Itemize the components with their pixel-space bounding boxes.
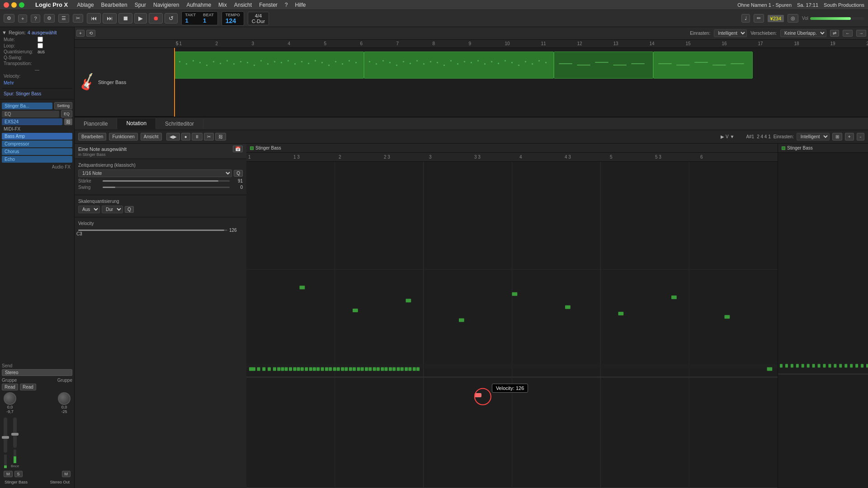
ruler-8: 8 [432, 41, 468, 46]
tool-1[interactable]: ◀▶ [166, 133, 180, 141]
left-knob[interactable] [4, 392, 16, 405]
snap-btn[interactable]: ⊞ [832, 133, 842, 141]
tab-schritteditor[interactable]: Schritteditor [156, 119, 203, 129]
scale-aus-select[interactable]: Aus [78, 206, 100, 213]
close-button[interactable] [4, 2, 9, 8]
grid-mark-33: 3 3 [472, 155, 518, 160]
scale-q-btn[interactable]: Q [125, 206, 134, 213]
menu-mix[interactable]: Mix [218, 2, 227, 8]
scale-dur-select[interactable]: Dur [102, 206, 123, 213]
audiofx-label[interactable]: Audio FX [2, 164, 72, 170]
tool-4[interactable]: ✂ [204, 133, 214, 141]
volume-slider[interactable] [810, 17, 864, 20]
read-left-btn[interactable]: Read [2, 384, 18, 390]
m-button-right[interactable]: M [62, 471, 71, 477]
note-calendar-btn[interactable]: 📅 [233, 145, 243, 152]
tool-3[interactable]: ⏸ [192, 133, 203, 141]
read-right-btn[interactable]: Read [20, 384, 36, 390]
staerke-row: Stärke 91 [78, 178, 243, 183]
chain-icon[interactable]: ⛓ [64, 118, 72, 125]
link-btn[interactable]: ⇌ [830, 30, 839, 37]
menu-spur[interactable]: Spur [135, 2, 146, 8]
exs24-plugin[interactable]: EXS24 [2, 118, 62, 125]
verschieben-select[interactable]: Keine Überlapp. [780, 29, 826, 37]
swing-slider[interactable] [103, 187, 230, 188]
stinger-plugin[interactable]: Stinger Ba... [2, 103, 52, 109]
bassamp-plugin[interactable]: Bass Amp [2, 133, 72, 140]
menu-ansicht[interactable]: Ansicht [234, 2, 252, 8]
tempo-display[interactable]: TEMPO 124 [222, 11, 244, 26]
loop-btn[interactable]: ⟲ [86, 30, 95, 37]
menu-hilfe[interactable]: Hilfe [295, 2, 306, 8]
echo-plugin[interactable]: Echo [2, 156, 72, 163]
region-block-3[interactable] [554, 52, 653, 79]
track-regions[interactable] [174, 48, 868, 117]
q-apply-btn[interactable]: Q [234, 170, 243, 177]
svg-rect-118 [512, 292, 518, 296]
stereo-button[interactable]: Stereo [2, 369, 72, 376]
arrow-right-btn[interactable]: → [856, 30, 866, 37]
play-button[interactable]: ▶ [134, 13, 147, 23]
mute-checkbox[interactable] [38, 37, 43, 42]
ansicht-btn[interactable]: Ansicht [141, 133, 162, 141]
right-knob[interactable] [58, 392, 71, 405]
stop-button[interactable]: ⏹ [118, 13, 132, 23]
metronome-btn[interactable]: ♩ [741, 14, 750, 23]
einrasten-select[interactable]: Intelligent [714, 29, 747, 37]
region-block-1[interactable] [174, 52, 364, 79]
left-fader-track[interactable] [4, 418, 7, 453]
cycle-button[interactable]: ↺ [165, 13, 178, 23]
fast-forward-button[interactable]: ⏭ [103, 13, 117, 23]
note-grid[interactable]: Velocity: 126 [246, 162, 778, 488]
transport-scissors-btn[interactable]: ✂ [73, 14, 83, 23]
mehr-link[interactable]: Mehr [4, 80, 14, 85]
tool-5[interactable]: ⛓ [215, 133, 226, 141]
record-button[interactable]: ⏺ [149, 13, 163, 23]
menu-navigieren[interactable]: Navigieren [153, 2, 179, 8]
eq-right-btn[interactable]: EQ [61, 110, 72, 117]
minimize-button[interactable] [11, 2, 17, 8]
pencil-btn[interactable]: ✏ [754, 14, 764, 23]
m-button-left[interactable]: M [4, 471, 13, 477]
eq-plugin[interactable]: EQ [2, 111, 59, 117]
lcd-mode[interactable]: ¥234 [768, 15, 784, 22]
einrasten-editor-select[interactable]: Intelligent [797, 133, 830, 141]
region-block-2[interactable] [364, 52, 554, 79]
funktionen-btn[interactable]: Funktionen [109, 133, 137, 141]
loop-checkbox[interactable] [38, 43, 43, 48]
note-grid-svg [246, 162, 778, 488]
menu-aufnahme[interactable]: Aufnahme [186, 2, 211, 8]
rewind-button[interactable]: ⏮ [87, 13, 101, 23]
transport-settings2-btn[interactable]: ⚙ [44, 14, 55, 23]
add-track-btn[interactable]: + [76, 30, 85, 37]
tool-2[interactable]: ● [181, 133, 190, 141]
maximize-button[interactable] [19, 2, 24, 8]
bearbeiten-btn[interactable]: Bearbeiten [78, 133, 106, 141]
compressor-plugin[interactable]: Compressor [2, 141, 72, 147]
transport-info-btn[interactable]: ? [31, 14, 40, 23]
transport-settings-btn[interactable]: ⚙ [4, 14, 14, 23]
menu-ablage[interactable]: Ablage [77, 2, 94, 8]
tab-pianorolle[interactable]: Pianorolle [75, 119, 117, 129]
right-fader-track[interactable] [13, 418, 17, 448]
setting-button[interactable]: Setting [54, 102, 72, 109]
transport-tools-btn[interactable]: ☰ [58, 14, 69, 23]
zoom-out-btn[interactable]: - [857, 133, 864, 141]
zoom-in-btn[interactable]: + [845, 133, 854, 141]
position-vals: 2 4 4 1 [757, 134, 771, 139]
time-signature-display[interactable]: 4/4 C-Dur [248, 12, 269, 25]
chorus-plugin[interactable]: Chorus [2, 148, 72, 155]
menu-fenster[interactable]: Fenster [259, 2, 278, 8]
menu-bearbeiten[interactable]: Bearbeiten [101, 2, 127, 8]
note-select[interactable]: 1/16 Note [78, 169, 232, 177]
velocity-slider[interactable] [78, 230, 227, 231]
headphone-btn[interactable]: ◎ [788, 14, 798, 23]
right-note-grid[interactable] [778, 153, 868, 488]
tab-notation[interactable]: Notation [117, 118, 156, 129]
region-block-4[interactable] [653, 52, 753, 79]
transport-add-btn[interactable]: + [18, 14, 27, 23]
menu-help[interactable]: ? [285, 2, 288, 8]
s-button[interactable]: S [14, 471, 23, 477]
staerke-slider[interactable] [103, 180, 230, 182]
arrow-left-btn[interactable]: ← [843, 30, 853, 37]
